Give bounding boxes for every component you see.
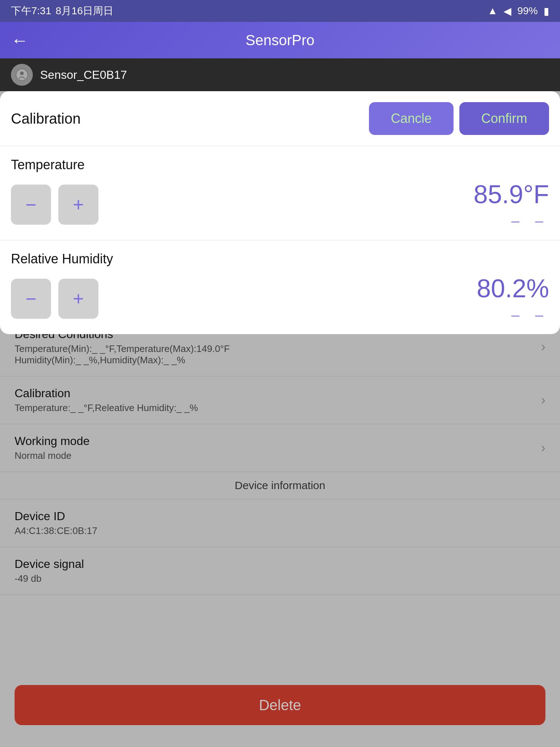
status-right: ▲ ◀ 99% ▮ bbox=[487, 5, 549, 17]
temperature-minus-button[interactable]: − bbox=[11, 185, 51, 225]
sensor-row: Sensor_CE0B17 bbox=[0, 58, 560, 91]
temperature-dash: – – bbox=[474, 213, 549, 229]
status-date: 8月16日周日 bbox=[56, 4, 114, 18]
app-title: SensorPro bbox=[246, 32, 315, 49]
temperature-row: − + 85.9°F – – bbox=[11, 180, 549, 229]
temperature-section: Temperature − + 85.9°F – – bbox=[0, 146, 560, 240]
battery-icon: ▮ bbox=[544, 5, 549, 17]
sensor-name: Sensor_CE0B17 bbox=[40, 68, 127, 82]
battery-text: 99% bbox=[517, 5, 538, 17]
confirm-button[interactable]: Confirm bbox=[459, 102, 549, 135]
location-icon: ◀ bbox=[503, 5, 512, 17]
back-button[interactable]: ← bbox=[11, 30, 28, 50]
humidity-row: − + 80.2% – – bbox=[11, 274, 549, 323]
status-time: 下午7:31 bbox=[11, 4, 51, 18]
humidity-value: 80.2% bbox=[477, 274, 549, 303]
temperature-label: Temperature bbox=[11, 157, 549, 173]
calibration-card: Calibration Cancle Confirm Temperature −… bbox=[0, 91, 560, 334]
humidity-plus-button[interactable]: + bbox=[58, 279, 98, 319]
svg-point-1 bbox=[20, 71, 24, 75]
humidity-buttons: − + bbox=[11, 279, 98, 319]
humidity-label: Relative Humidity bbox=[11, 251, 549, 267]
sensor-icon bbox=[11, 64, 33, 86]
temperature-buttons: − + bbox=[11, 185, 98, 225]
humidity-dash: – – bbox=[477, 307, 549, 323]
humidity-section: Relative Humidity − + 80.2% – – bbox=[0, 240, 560, 334]
temperature-value: 85.9°F bbox=[474, 180, 549, 209]
calibration-title: Calibration bbox=[11, 111, 369, 127]
temperature-value-area: 85.9°F – – bbox=[474, 180, 549, 229]
app-header: ← SensorPro bbox=[0, 22, 560, 58]
cancel-button[interactable]: Cancle bbox=[369, 102, 454, 135]
status-bar: 下午7:31 8月16日周日 ▲ ◀ 99% ▮ bbox=[0, 0, 560, 22]
status-time-date: 下午7:31 8月16日周日 bbox=[11, 4, 113, 18]
humidity-minus-button[interactable]: − bbox=[11, 279, 51, 319]
wifi-icon: ▲ bbox=[487, 5, 498, 17]
temperature-plus-button[interactable]: + bbox=[58, 185, 98, 225]
humidity-value-area: 80.2% – – bbox=[477, 274, 549, 323]
calibration-header: Calibration Cancle Confirm bbox=[0, 91, 560, 146]
